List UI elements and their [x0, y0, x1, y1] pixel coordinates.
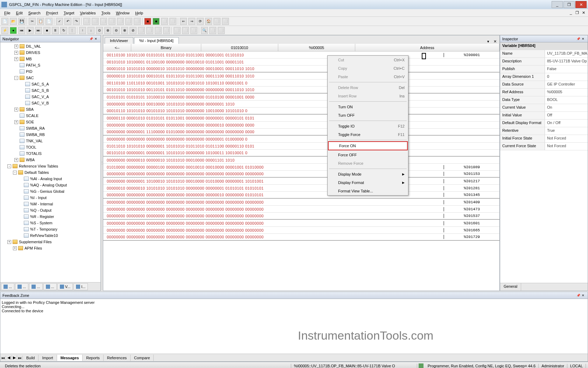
expand-icon[interactable]: +: [14, 120, 18, 124]
pin-icon[interactable]: 📌: [576, 294, 581, 297]
tool-button[interactable]: 💾: [18, 18, 25, 25]
inspector-tab-general[interactable]: General: [500, 283, 521, 291]
data-row[interactable]: 01010000 00000000 00000100 00000000 0001…: [103, 164, 499, 171]
tool-button[interactable]: ↷: [73, 18, 80, 25]
data-row[interactable]: 00110100 10101100 01010101 01011010 0101…: [103, 52, 499, 59]
feedback-tab-references[interactable]: References: [104, 355, 131, 361]
inspector-row[interactable]: RetentiveTrue: [500, 127, 588, 135]
tool-button[interactable]: ⇐: [180, 18, 187, 25]
data-row[interactable]: 00000010 00000010 10101010 10101010 0000…: [103, 185, 499, 192]
tree-node[interactable]: %I - Input: [19, 195, 100, 201]
tree-node[interactable]: TNK_VAL: [14, 138, 100, 144]
find-button[interactable]: 🔍: [201, 27, 208, 34]
tool-button[interactable]: ⊖: [113, 27, 120, 34]
pin-icon[interactable]: 📌: [576, 37, 581, 41]
tool-button[interactable]: ⟳: [197, 18, 204, 25]
nav-tab[interactable]: ...: [43, 283, 57, 290]
tool-button[interactable]: ⬜: [117, 18, 124, 25]
data-row[interactable]: 00101010 10101010 00110101 01011010 0000…: [103, 87, 499, 94]
nav-tab[interactable]: ...: [15, 283, 28, 290]
tree-node[interactable]: SAC_V_A: [20, 94, 100, 100]
tree-node[interactable]: %AQ - Analog Output: [19, 182, 100, 188]
tree-node[interactable]: +SOE: [14, 119, 100, 125]
inspector-row[interactable]: Data SourceGE IP Controller: [500, 81, 588, 89]
inspector-row[interactable]: NameUV_1171B.OP_FB_MAI: [500, 50, 588, 58]
data-row[interactable]: 01010101 01010101 10100010 00000000 0000…: [103, 94, 499, 101]
pin-icon[interactable]: 📌: [89, 37, 93, 41]
inspector-row[interactable]: Initial ValueOff: [500, 112, 588, 120]
tree-node[interactable]: +APM Files: [13, 245, 100, 251]
tree-node[interactable]: %M - Internal: [19, 201, 100, 207]
tree-node[interactable]: -SAC: [14, 75, 100, 81]
tree-node[interactable]: %G - Genius Global: [19, 188, 100, 195]
tool-button[interactable]: ↑: [79, 27, 86, 34]
tree-node[interactable]: SAC_V_B: [20, 100, 100, 106]
data-row[interactable]: 01011010 10101010 00000001 10101010 0101…: [103, 143, 499, 150]
inspector-row[interactable]: Data TypeBOOL: [500, 96, 588, 104]
tool-button[interactable]: ⬜: [92, 18, 99, 25]
menu-item-turn-off[interactable]: Turn OFF: [328, 111, 408, 120]
menu-search[interactable]: Search: [26, 10, 43, 16]
tab-prev-button[interactable]: ◀: [6, 355, 12, 360]
tool-button[interactable]: ⬜: [169, 18, 176, 25]
tool-button[interactable]: ✓: [56, 18, 63, 25]
menu-help[interactable]: Help: [132, 10, 146, 16]
close-icon[interactable]: ✕: [93, 37, 98, 41]
hdr-value[interactable]: 01010010: [201, 44, 278, 51]
menu-item-toggle-force[interactable]: Toggle ForceF11: [328, 130, 408, 139]
tool-button[interactable]: ⬜: [155, 27, 162, 34]
data-row[interactable]: 00110100 11011010 00101001 10101010 0100…: [103, 80, 499, 87]
tree-node[interactable]: PID: [14, 68, 100, 75]
tool-button[interactable]: ↓: [88, 27, 94, 34]
tool-button[interactable]: ⬜: [209, 27, 216, 34]
tree-node[interactable]: +DIL_VAL: [14, 43, 100, 49]
tool-button[interactable]: ⬜: [138, 27, 145, 34]
tool-button[interactable]: ⬜: [125, 18, 132, 25]
close-icon[interactable]: ✕: [581, 37, 586, 41]
nav-tab[interactable]: ...: [1, 283, 14, 290]
tool-button[interactable]: ⇒: [188, 18, 195, 25]
tree-node[interactable]: -Default Tables: [13, 169, 100, 176]
data-row[interactable]: 00000000 00000000 00000000 00000000 0000…: [103, 122, 499, 129]
tool-button[interactable]: ⬜: [134, 18, 141, 25]
tool-button[interactable]: ■: [153, 18, 160, 25]
tree-node[interactable]: +WBA: [14, 157, 100, 163]
data-row[interactable]: 00000000 00000000 00000000 00000000 0000…: [103, 136, 499, 143]
data-row[interactable]: 00000000 00000000 00000000 00000000 0000…: [103, 220, 499, 227]
menu-window[interactable]: Window: [113, 10, 132, 16]
tool-button[interactable]: ↶: [64, 18, 71, 25]
data-row[interactable]: 00001010 10101010 00000010 10101010 0000…: [103, 66, 499, 73]
tool-button[interactable]: ✂: [29, 18, 36, 25]
data-row[interactable]: 00000000 00000010 00000010 10101010 0001…: [103, 157, 499, 164]
nav-tab[interactable]: ...: [29, 283, 42, 290]
tool-button[interactable]: ⊗: [121, 27, 128, 34]
tool-button[interactable]: ⏭: [35, 27, 42, 34]
tree-node[interactable]: -Reference View Tables: [7, 163, 100, 169]
tab-dropdown-button[interactable]: ▾: [486, 39, 491, 44]
inspector-row[interactable]: PublishFalse: [500, 66, 588, 73]
expand-icon[interactable]: -: [13, 171, 17, 175]
tool-button[interactable]: ■: [144, 18, 151, 25]
expand-icon[interactable]: +: [14, 45, 18, 48]
tool-button[interactable]: ⬜: [182, 27, 189, 34]
menu-item-display-format[interactable]: Display Format▶: [328, 178, 408, 187]
tool-button[interactable]: ⬜: [163, 27, 170, 34]
tool-button[interactable]: ⬜: [83, 18, 90, 25]
tree-node[interactable]: +DRIVES: [14, 49, 100, 56]
tool-button[interactable]: ⬜: [190, 27, 197, 34]
tree-node[interactable]: +SBA: [14, 106, 100, 113]
tool-button[interactable]: ⏸: [52, 27, 59, 34]
tool-button[interactable]: ■: [43, 27, 50, 34]
data-row[interactable]: 00000000 00000000 00000000 00000000 0000…: [103, 213, 499, 220]
data-row[interactable]: 00000000 00000000 00000000 00000000 0000…: [103, 171, 499, 178]
expand-icon[interactable]: -: [7, 164, 11, 168]
tab-last-button[interactable]: ⏭: [17, 356, 23, 360]
inspector-row[interactable]: Current ValueOn: [500, 104, 588, 112]
tool-button[interactable]: 📄: [1, 18, 8, 25]
menu-item-force-off[interactable]: Force OFF: [328, 151, 408, 159]
data-row[interactable]: 00000000 00000000 00000000 00000000 0000…: [103, 192, 499, 199]
tab-close-button[interactable]: ✕: [492, 39, 498, 44]
nav-tab[interactable]: V...: [57, 283, 73, 290]
tool-button[interactable]: ⊕: [104, 27, 111, 34]
tree-node[interactable]: +Supplemental Files: [7, 239, 100, 245]
